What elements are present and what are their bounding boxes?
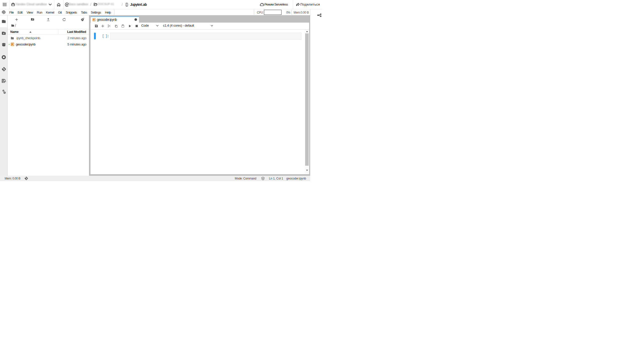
svg-text:jupyter: jupyter: [125, 4, 128, 5]
